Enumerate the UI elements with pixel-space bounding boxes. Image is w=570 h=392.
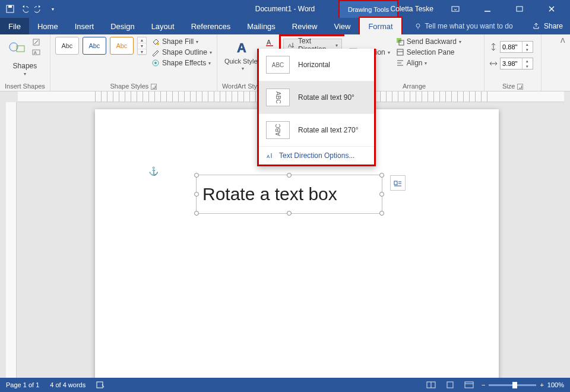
- tab-view[interactable]: View: [325, 18, 359, 34]
- tab-references[interactable]: References: [183, 18, 239, 34]
- status-words[interactable]: 4 of 4 words: [50, 381, 86, 388]
- draw-textbox-icon[interactable]: A: [32, 48, 40, 56]
- svg-rect-19: [266, 45, 273, 46]
- height-input[interactable]: [501, 43, 522, 50]
- text-box-content: Rotate a text box: [202, 184, 337, 204]
- text-fill-icon[interactable]: A: [265, 38, 274, 46]
- group-label-shape-styles: Shape Styles: [55, 83, 212, 90]
- tab-file[interactable]: File: [0, 18, 29, 34]
- zoom-slider[interactable]: [489, 384, 536, 386]
- width-input[interactable]: [501, 60, 522, 67]
- qat-more-icon[interactable]: ▾: [49, 5, 57, 13]
- tab-format[interactable]: Format: [359, 17, 402, 34]
- resize-handle-e[interactable]: [379, 192, 384, 197]
- resize-handle-se[interactable]: [379, 211, 384, 216]
- spellcheck-icon[interactable]: [96, 381, 106, 389]
- thumb-rotate90-icon: ABC: [266, 88, 290, 106]
- menu-item-horizontal[interactable]: ABC Horizontal: [259, 49, 374, 81]
- tab-design[interactable]: Design: [102, 18, 142, 34]
- group-insert-shapes: A Shapes ▾ Insert Shapes: [0, 34, 50, 91]
- minimize-button[interactable]: [474, 0, 501, 18]
- resize-handle-nw[interactable]: [194, 173, 199, 178]
- shape-outline-button[interactable]: Shape Outline▾: [151, 48, 212, 57]
- svg-rect-4: [517, 7, 522, 11]
- svg-point-14: [157, 43, 159, 45]
- tab-home[interactable]: Home: [29, 18, 66, 34]
- print-layout-icon[interactable]: [444, 380, 457, 390]
- shape-style-gallery[interactable]: Abc Abc Abc ▴▾▾: [55, 37, 147, 55]
- zoom-controls: − + 100%: [482, 381, 564, 388]
- dialog-launcher-icon[interactable]: [517, 84, 523, 90]
- shape-effects-button[interactable]: Shape Effects▾: [151, 58, 212, 68]
- group-shape-styles: Abc Abc Abc ▴▾▾ Shape Fill▾ Shape Outlin…: [50, 34, 217, 91]
- width-field[interactable]: ▴▾: [489, 57, 536, 70]
- status-page[interactable]: Page 1 of 1: [6, 381, 39, 388]
- menu-item-text-direction-options[interactable]: A Text Direction Options...: [259, 147, 374, 165]
- zoom-out-button[interactable]: −: [482, 381, 485, 388]
- undo-icon[interactable]: [20, 5, 28, 13]
- effects-icon: [151, 59, 160, 67]
- user-name[interactable]: Coletta Teske: [391, 5, 434, 13]
- title-bar: ▾ Document1 - Word Drawing Tools Coletta…: [0, 0, 570, 18]
- ribbon-options-icon[interactable]: [442, 0, 469, 18]
- menu-item-rotate-90[interactable]: ABC Rotate all text 90°: [259, 81, 374, 114]
- resize-handle-s[interactable]: [287, 211, 292, 216]
- style-abc-1[interactable]: Abc: [55, 37, 79, 55]
- bucket-icon: [151, 37, 160, 46]
- close-button[interactable]: [538, 0, 565, 18]
- send-backward-icon: [396, 37, 404, 46]
- edit-shape-icon[interactable]: [32, 38, 40, 46]
- shape-fill-button[interactable]: Shape Fill▾: [151, 37, 212, 46]
- lightbulb-icon: [414, 23, 422, 30]
- height-field[interactable]: ▴▾: [489, 40, 536, 53]
- resize-handle-sw[interactable]: [194, 211, 199, 216]
- tab-mailings[interactable]: Mailings: [239, 18, 284, 34]
- selection-pane-button[interactable]: Selection Pane: [396, 48, 461, 57]
- tab-insert[interactable]: Insert: [66, 18, 103, 34]
- save-icon[interactable]: [6, 5, 14, 13]
- svg-text:A: A: [267, 39, 271, 46]
- thumb-horizontal-icon: ABC: [266, 56, 290, 74]
- read-mode-icon[interactable]: [425, 380, 438, 390]
- vertical-ruler[interactable]: [6, 102, 17, 378]
- selection-pane-icon: [396, 48, 404, 56]
- svg-rect-34: [394, 181, 397, 185]
- web-layout-icon[interactable]: [463, 380, 476, 390]
- maximize-button[interactable]: [506, 0, 533, 18]
- style-abc-2[interactable]: Abc: [83, 37, 106, 55]
- group-label-size: Size: [489, 83, 536, 90]
- resize-handle-n[interactable]: [287, 173, 292, 178]
- text-box[interactable]: Rotate a text box: [196, 175, 382, 214]
- share-icon: [532, 22, 540, 30]
- zoom-in-button[interactable]: +: [540, 381, 543, 388]
- zoom-level[interactable]: 100%: [547, 381, 564, 388]
- svg-text:A: A: [237, 40, 246, 55]
- resize-handle-ne[interactable]: [379, 173, 384, 178]
- resize-handle-w[interactable]: [194, 192, 199, 197]
- wordart-a-icon: A: [233, 38, 252, 57]
- shapes-gallery[interactable]: [5, 37, 28, 58]
- ribbon-tabs: File Home Insert Design Layout Reference…: [0, 18, 570, 34]
- svg-text:A: A: [288, 43, 292, 49]
- layout-options-icon[interactable]: [390, 175, 406, 191]
- send-backward-button[interactable]: Send Backward▾: [396, 37, 461, 46]
- options-icon: A: [266, 151, 274, 160]
- svg-text:A: A: [267, 154, 270, 159]
- align-button[interactable]: Align▾: [396, 58, 461, 68]
- style-abc-3[interactable]: Abc: [110, 37, 134, 55]
- tab-layout[interactable]: Layout: [143, 18, 183, 34]
- redo-icon[interactable]: [34, 5, 43, 13]
- collapse-ribbon-icon[interactable]: ᐱ: [560, 37, 565, 45]
- group-label-insert-shapes: Insert Shapes: [5, 83, 45, 90]
- share-button[interactable]: Share: [532, 18, 563, 34]
- shapes-button[interactable]: Shapes ▾: [5, 61, 45, 78]
- style-gallery-more[interactable]: ▴▾▾: [137, 37, 147, 55]
- tab-review[interactable]: Review: [284, 18, 326, 34]
- tell-me-search[interactable]: Tell me what you want to do: [414, 18, 513, 34]
- dialog-launcher-icon[interactable]: [151, 84, 157, 90]
- svg-rect-1: [8, 5, 12, 8]
- tell-me-placeholder: Tell me what you want to do: [425, 22, 513, 30]
- svg-point-7: [416, 24, 420, 27]
- menu-item-rotate-270[interactable]: ABC Rotate all text 270°: [259, 114, 374, 147]
- height-icon: [489, 43, 498, 51]
